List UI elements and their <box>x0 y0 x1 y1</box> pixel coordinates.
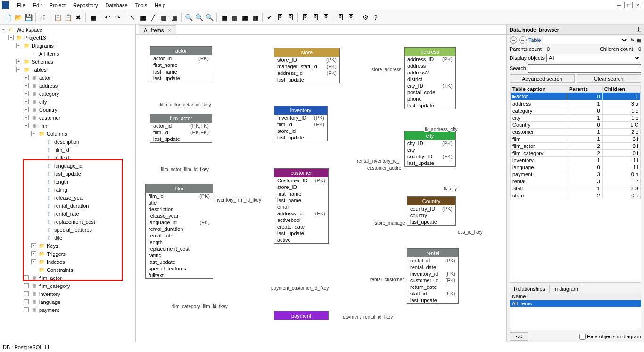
clear-search-button[interactable]: Clear search <box>577 74 642 83</box>
menu-project[interactable]: Project <box>46 1 69 9</box>
paste-icon[interactable]: 📋 <box>63 13 73 22</box>
redo-icon[interactable]: ↷ <box>113 13 123 22</box>
db1-icon[interactable]: 🗄 <box>275 13 285 22</box>
table-select[interactable] <box>543 36 628 44</box>
tree-column-rental_duration[interactable]: ▯rental_duration <box>1 202 134 210</box>
tree-all-items[interactable]: ▫All Items <box>1 49 134 57</box>
entity-payment[interactable]: payment <box>274 311 329 320</box>
tree-indexes[interactable]: +📁Indexes <box>1 258 134 266</box>
expander-icon[interactable]: + <box>24 307 29 312</box>
pin-icon[interactable]: ⊥ <box>636 26 641 33</box>
stamp-icon[interactable]: ▥ <box>169 13 179 22</box>
table-row[interactable]: Staff13 S <box>511 185 641 192</box>
tree-table-address[interactable]: +▦address <box>1 82 134 90</box>
entity-film_actor[interactable]: film_actoractor_id(PK,FK)film_id(PK,FK)l… <box>150 114 212 143</box>
c3-icon[interactable]: 🗄 <box>321 13 330 22</box>
undo-icon[interactable]: ↶ <box>103 13 112 22</box>
entity-address[interactable]: addressaddress_ID(PK)addressaddress2dist… <box>404 47 456 109</box>
relationships-list[interactable]: Name All Items <box>510 293 641 330</box>
tree-column-release_year[interactable]: ▯release_year <box>1 194 134 202</box>
menu-help[interactable]: Help <box>151 1 169 9</box>
list-item[interactable]: All Items <box>510 300 641 307</box>
expander-icon[interactable]: − <box>1 27 6 32</box>
expander-icon[interactable]: + <box>24 83 29 88</box>
expander-icon[interactable]: + <box>24 291 29 296</box>
menu-tools[interactable]: Tools <box>132 1 151 9</box>
expander-icon[interactable]: + <box>24 99 29 104</box>
expander-icon[interactable]: + <box>24 115 29 120</box>
table-row[interactable]: address13 a <box>511 100 641 107</box>
tree-constraints[interactable]: 📁Constraints <box>1 266 134 274</box>
menu-repository[interactable]: Repository <box>69 1 102 9</box>
tree-table-film_actor[interactable]: +▦film_actor <box>1 274 134 282</box>
expander-icon[interactable]: − <box>24 123 29 128</box>
tab-close-icon[interactable]: × <box>168 27 171 33</box>
l4-icon[interactable]: ▦ <box>250 13 260 22</box>
edit-icon[interactable]: ✎ <box>630 37 635 43</box>
tree-column-film_id[interactable]: ▯film_id <box>1 146 134 154</box>
more-icon[interactable]: ▦ <box>636 37 641 43</box>
opt-icon[interactable]: 🗄 <box>346 13 355 22</box>
tree-columns[interactable]: −📁Columns <box>1 130 134 138</box>
expander-icon[interactable]: + <box>24 107 29 112</box>
expander-icon[interactable]: + <box>24 299 29 304</box>
tree-column-title[interactable]: ▯title <box>1 234 134 242</box>
nav-fwd-icon[interactable]: → <box>519 36 527 44</box>
entity-customer[interactable]: customerCustomer_ID(PK)store_IDfirst_nam… <box>274 168 329 244</box>
table-row[interactable]: rental31 r <box>511 178 641 185</box>
project-tree-panel[interactable]: −🗀Workspace−📁Project13−📁Diagrams▫All Ite… <box>0 25 136 342</box>
copy-icon[interactable]: 📋 <box>53 13 62 22</box>
entity-Country[interactable]: Countrycountry_ID(PK)countrylast_update <box>407 196 456 226</box>
c1-icon[interactable]: 🗄 <box>300 13 310 22</box>
print-icon[interactable]: 🖨 <box>38 13 48 22</box>
col-children[interactable]: Children <box>602 86 640 93</box>
tree-column-fulltext[interactable]: ▯fulltext <box>1 154 134 162</box>
table-row[interactable]: customer12 c <box>511 129 641 136</box>
zoomin-icon[interactable]: 🔍 <box>184 13 193 22</box>
tree-tables[interactable]: −📁Tables <box>1 65 134 74</box>
delete-icon[interactable]: ✖ <box>74 13 83 22</box>
tree-table-city[interactable]: +▦city <box>1 98 134 106</box>
expander-icon[interactable]: − <box>16 43 21 48</box>
l2-icon[interactable]: ▦ <box>230 13 239 22</box>
zoomout-icon[interactable]: 🔍 <box>194 13 204 22</box>
advanced-search-button[interactable]: Advanced search <box>510 74 575 83</box>
tree-diagrams[interactable]: −📁Diagrams <box>1 41 134 49</box>
gear-icon[interactable]: ⚙ <box>361 13 370 22</box>
check-icon[interactable]: ✔ <box>265 13 274 22</box>
note-icon[interactable]: ▤ <box>159 13 168 22</box>
tree-table-film[interactable]: −▦film <box>1 122 134 130</box>
diagram-canvas[interactable]: actoractor_id(PK)first_namelast_namelast… <box>136 35 506 339</box>
expander-icon[interactable]: + <box>24 283 29 288</box>
tree-keys[interactable]: +📁Keys <box>1 242 134 250</box>
col-caption[interactable]: Table caption <box>511 86 567 93</box>
expander-icon[interactable]: + <box>16 59 21 64</box>
menu-database[interactable]: Database <box>102 1 132 9</box>
tree-table-category[interactable]: +▦category <box>1 90 134 98</box>
table-row[interactable]: Country01 C <box>511 122 641 129</box>
table-row[interactable]: ▶actor01 <box>511 93 641 100</box>
tree-column-description[interactable]: ▯description <box>1 138 134 146</box>
tab-relationships[interactable]: Relationships <box>510 285 549 293</box>
expander-icon[interactable]: + <box>24 91 29 96</box>
expander-icon[interactable]: + <box>31 251 36 256</box>
tree-table-payment[interactable]: +▦payment <box>1 306 134 314</box>
tables-grid[interactable]: Table caption Parents Children ▶actor01a… <box>510 85 641 283</box>
table-row[interactable]: film_category20 f <box>511 150 641 157</box>
table-row[interactable]: language01 l <box>511 164 641 171</box>
entity-actor[interactable]: actoractor_id(PK)first_namelast_namelast… <box>150 46 212 82</box>
l1-icon[interactable]: ▦ <box>219 13 229 22</box>
tree-table-film_category[interactable]: +▦film_category <box>1 282 134 290</box>
tree-table-customer[interactable]: +▦customer <box>1 114 134 122</box>
menu-edit[interactable]: Edit <box>29 1 46 9</box>
close-icon[interactable]: ✕ <box>634 2 642 8</box>
entity-inventory[interactable]: inventoryInventory_ID(PK)film_id(FK)stor… <box>274 106 328 141</box>
expander-icon[interactable]: + <box>31 259 36 264</box>
table-row[interactable]: inventory11 i <box>511 157 641 164</box>
prop-icon[interactable]: ▦ <box>88 13 98 22</box>
tree-triggers[interactable]: +📁Triggers <box>1 250 134 258</box>
table-row[interactable]: film_actor20 f <box>511 143 641 150</box>
tab-in-diagram[interactable]: In diagram <box>549 285 582 293</box>
tree-column-special_features[interactable]: ▯special_features <box>1 226 134 234</box>
display-objects-select[interactable]: All <box>546 54 641 62</box>
